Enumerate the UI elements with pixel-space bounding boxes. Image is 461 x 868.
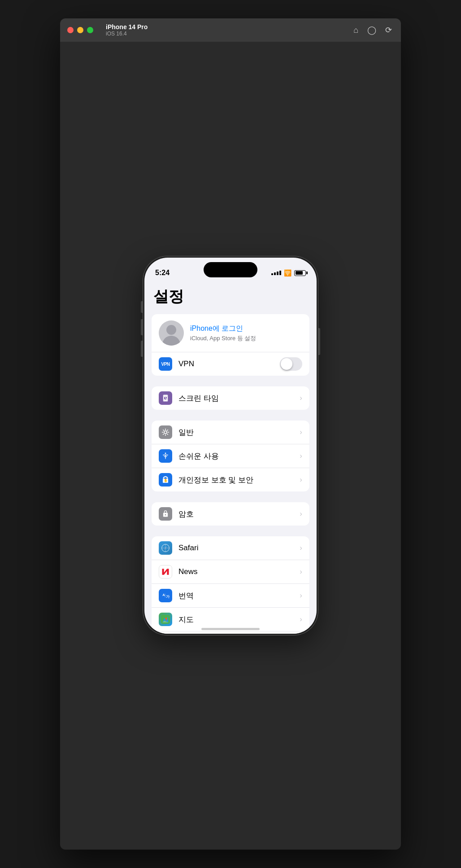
status-bar: 5:24 🛜 — [144, 258, 317, 282]
privacy-label: 개인정보 보호 및 보안 — [178, 475, 300, 485]
maps-icon — [159, 613, 172, 626]
passcode-chevron: › — [300, 509, 302, 518]
svg-text:✋: ✋ — [164, 478, 168, 482]
maps-chevron: › — [300, 615, 302, 624]
close-button[interactable] — [67, 27, 74, 33]
accessibility-icon — [159, 449, 172, 463]
svg-text:가: 가 — [166, 595, 170, 599]
maximize-button[interactable] — [87, 27, 93, 33]
toolbar-icons: ⌂ ◯ ⟳ — [353, 25, 392, 35]
svg-point-21 — [165, 618, 167, 619]
signal-icon — [271, 271, 281, 275]
passcode-row[interactable]: 암호 › — [152, 502, 309, 526]
screentime-section: 스크린 타임 › — [152, 386, 309, 410]
accessibility-label: 손쉬운 사용 — [178, 451, 300, 461]
passcode-icon — [159, 507, 172, 521]
news-label: News — [178, 567, 300, 576]
volume-down-button[interactable] — [141, 341, 143, 357]
screentime-chevron: › — [300, 394, 302, 403]
news-row[interactable]: News › — [152, 560, 309, 584]
camera-icon[interactable]: ◯ — [367, 25, 376, 35]
title-info: iPhone 14 Pro iOS 16.4 — [106, 23, 148, 37]
translate-label: 번역 — [178, 591, 300, 601]
vpn-label: VPN — [178, 359, 280, 368]
shortcuts-row[interactable]: 단축어 › — [152, 631, 309, 634]
profile-text: iPhone에 로그인 iCloud, App Store 등 설정 — [190, 324, 256, 342]
general-icon — [159, 425, 172, 439]
dynamic-island — [204, 262, 257, 277]
profile-subtitle: iCloud, App Store 등 설정 — [190, 334, 256, 342]
general-row[interactable]: 일반 › — [152, 421, 309, 444]
home-indicator — [201, 628, 260, 630]
avatar-silhouette — [159, 320, 184, 346]
phone-screen: 5:24 🛜 — [144, 258, 317, 634]
traffic-lights — [67, 27, 93, 33]
battery-icon — [294, 270, 306, 276]
svg-point-4 — [164, 431, 167, 434]
screentime-label: 스크린 타임 — [178, 393, 300, 403]
vpn-row[interactable]: VPN VPN — [152, 352, 309, 376]
passcode-section: 암호 › — [152, 502, 309, 526]
mac-titlebar: iPhone 14 Pro iOS 16.4 ⌂ ◯ ⟳ — [60, 18, 401, 42]
accessibility-row[interactable]: 손쉬운 사용 › — [152, 444, 309, 468]
vpn-icon: VPN — [159, 357, 172, 371]
translate-icon: A 가 — [159, 589, 172, 602]
minimize-button[interactable] — [77, 27, 83, 33]
wifi-icon: 🛜 — [284, 269, 291, 276]
privacy-icon: ✋ — [159, 473, 172, 487]
system-section: 일반 › 손쉬운 사용 › — [152, 421, 309, 491]
settings-title: 설정 — [144, 282, 317, 314]
phone-container: 5:24 🛜 — [60, 42, 401, 850]
settings-content[interactable]: 설정 iPhone에 로그인 — [144, 282, 317, 634]
passcode-label: 암호 — [178, 509, 300, 519]
status-icons: 🛜 — [271, 269, 306, 276]
translate-chevron: › — [300, 591, 302, 600]
safari-chevron: › — [300, 544, 302, 552]
general-chevron: › — [300, 428, 302, 437]
status-time: 5:24 — [155, 269, 170, 277]
news-icon — [159, 565, 172, 579]
accessibility-chevron: › — [300, 452, 302, 460]
privacy-row[interactable]: ✋ 개인정보 보호 및 보안 › — [152, 468, 309, 491]
vpn-toggle-knob — [281, 358, 292, 370]
phone-frame: 5:24 🛜 — [143, 256, 318, 635]
home-icon[interactable]: ⌂ — [353, 26, 358, 35]
power-button[interactable] — [318, 328, 320, 355]
vpn-toggle[interactable] — [280, 357, 302, 371]
profile-row[interactable]: iPhone에 로그인 iCloud, App Store 등 설정 — [152, 314, 309, 352]
apps-section: Safari › News › — [152, 536, 309, 634]
silent-button[interactable] — [141, 301, 143, 313]
profile-login: iPhone에 로그인 — [190, 324, 256, 333]
safari-row[interactable]: Safari › — [152, 536, 309, 560]
svg-text:A: A — [162, 593, 165, 597]
translate-row[interactable]: A 가 번역 › — [152, 584, 309, 608]
news-chevron: › — [300, 567, 302, 576]
general-label: 일반 — [178, 427, 300, 438]
device-name: iPhone 14 Pro — [106, 23, 148, 31]
maps-label: 지도 — [178, 614, 300, 625]
svg-point-9 — [165, 514, 166, 516]
rotate-icon[interactable]: ⟳ — [385, 25, 392, 35]
device-os: iOS 16.4 — [106, 31, 148, 37]
safari-label: Safari — [178, 544, 300, 552]
profile-section: iPhone에 로그인 iCloud, App Store 등 설정 VPN V… — [152, 314, 309, 376]
safari-icon — [159, 541, 172, 555]
avatar — [159, 320, 184, 346]
volume-up-button[interactable] — [141, 319, 143, 335]
screentime-icon — [159, 391, 172, 405]
svg-point-5 — [165, 453, 166, 454]
privacy-chevron: › — [300, 475, 302, 484]
screentime-row[interactable]: 스크린 타임 › — [152, 386, 309, 410]
mac-window: iPhone 14 Pro iOS 16.4 ⌂ ◯ ⟳ 5:24 — [60, 18, 401, 850]
svg-marker-14 — [164, 547, 166, 550]
